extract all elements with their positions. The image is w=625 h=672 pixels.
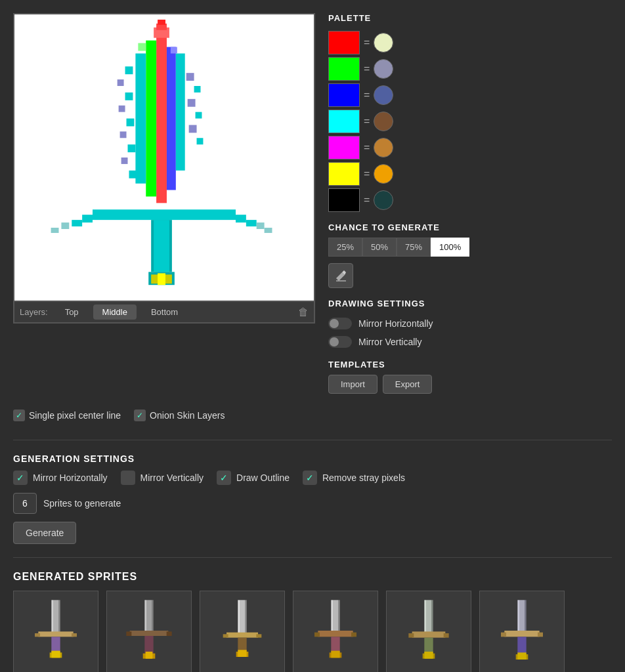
right-controls: PALETTE = = = — [328, 13, 469, 394]
palette-row-2: = — [328, 83, 469, 107]
svg-rect-39 — [171, 47, 177, 54]
import-button[interactable]: Import — [328, 375, 377, 394]
svg-rect-18 — [196, 112, 202, 119]
svg-rect-23 — [72, 220, 82, 226]
palette-input-3[interactable] — [328, 110, 360, 133]
sprite-item-1[interactable] — [106, 591, 192, 672]
palette-input-2[interactable] — [328, 83, 360, 107]
gen-mirror-h-checkbox[interactable]: ✓ Mirror Horizontally — [13, 471, 108, 485]
sprites-label: Sprites to generate — [43, 498, 121, 509]
palette-input-5[interactable] — [328, 162, 360, 186]
svg-rect-13 — [121, 158, 128, 164]
svg-rect-62 — [226, 633, 258, 638]
svg-rect-76 — [331, 651, 339, 658]
svg-rect-7 — [118, 79, 124, 86]
sprites-grid — [13, 591, 612, 672]
palette-input-1[interactable] — [328, 57, 360, 81]
eraser-button[interactable] — [328, 263, 353, 288]
svg-rect-90 — [501, 633, 506, 637]
sprites-count[interactable]: 6 — [13, 493, 37, 514]
sprite-item-5[interactable] — [479, 591, 565, 672]
layer-tab-middle[interactable]: Middle — [93, 304, 137, 320]
chance-btn-25[interactable]: 25% — [328, 238, 362, 257]
layers-label: Layers: — [20, 307, 48, 317]
generate-button[interactable]: Generate — [13, 522, 76, 544]
drawing-canvas[interactable] — [13, 13, 315, 302]
svg-rect-37 — [158, 20, 165, 25]
svg-rect-88 — [525, 600, 527, 631]
svg-rect-50 — [146, 600, 152, 633]
main-container: Layers: Top Middle Bottom 🗑 PALETTE = — [0, 0, 625, 672]
drawing-settings-title: DRAWING SETTINGS — [328, 299, 469, 308]
palette-output-1[interactable] — [374, 59, 393, 79]
svg-rect-41 — [53, 600, 58, 635]
gen-mirror-h-check-icon: ✓ — [13, 471, 28, 485]
single-pixel-check-icon: ✓ — [13, 410, 25, 421]
mirror-v-knob — [330, 337, 339, 346]
gen-mirror-v-label: Mirror Vertically — [140, 472, 204, 483]
svg-rect-61 — [245, 600, 247, 633]
svg-rect-91 — [538, 633, 543, 637]
sprite-item-4[interactable] — [386, 591, 471, 672]
layers-bar: Layers: Top Middle Bottom 🗑 — [13, 302, 315, 324]
single-pixel-checkbox[interactable]: ✓ Single pixel center line — [13, 410, 121, 421]
mirror-v-toggle[interactable] — [328, 336, 352, 348]
svg-rect-52 — [152, 600, 154, 631]
onion-skin-checkbox[interactable]: ✓ Onion Skin Layers — [134, 410, 225, 421]
palette-eq-2: = — [364, 89, 370, 101]
delete-layer-icon[interactable]: 🗑 — [298, 306, 309, 318]
chance-btn-50[interactable]: 50% — [362, 238, 397, 257]
chance-btn-100[interactable]: 100% — [431, 238, 469, 257]
svg-rect-31 — [154, 220, 169, 272]
layer-tab-bottom[interactable]: Bottom — [142, 304, 187, 320]
svg-rect-59 — [240, 600, 245, 635]
svg-rect-80 — [412, 631, 446, 637]
svg-rect-42 — [51, 600, 53, 633]
svg-rect-67 — [238, 650, 246, 657]
canvas-section: Layers: Top Middle Bottom 🗑 — [13, 13, 315, 324]
generation-settings: GENERATION SETTINGS ✓ Mirror Horizontall… — [13, 453, 612, 544]
mirror-h-toggle[interactable] — [328, 318, 352, 329]
palette-output-4[interactable] — [374, 138, 393, 158]
mirror-h-knob — [330, 319, 339, 328]
palette-rows: = = = = — [328, 31, 469, 212]
mirror-v-toggle-row: Mirror Vertically — [328, 336, 469, 348]
svg-rect-82 — [444, 633, 449, 638]
palette-input-4[interactable] — [328, 136, 360, 159]
svg-rect-77 — [426, 600, 431, 635]
svg-rect-4 — [135, 53, 146, 183]
palette-eq-0: = — [364, 37, 370, 49]
palette-input-6[interactable] — [328, 188, 360, 212]
palette-output-6[interactable] — [374, 190, 393, 210]
palette-output-3[interactable] — [374, 112, 393, 131]
layer-tab-top[interactable]: Top — [56, 304, 88, 320]
palette-row-0: = — [328, 31, 469, 54]
gen-mirror-h-label: Mirror Horizontally — [33, 472, 108, 483]
gen-remove-stray-checkbox[interactable]: ✓ Remove stray pixels — [303, 471, 405, 485]
palette-input-0[interactable] — [328, 31, 360, 54]
sprite-item-3[interactable] — [293, 591, 378, 672]
gen-draw-outline-checkbox[interactable]: ✓ Draw Outline — [217, 471, 290, 485]
svg-rect-46 — [72, 633, 77, 637]
onion-skin-check-icon: ✓ — [134, 410, 146, 421]
chance-btn-75[interactable]: 75% — [397, 238, 431, 257]
svg-rect-69 — [331, 600, 333, 631]
export-button[interactable]: Export — [383, 375, 433, 394]
sprite-item-0[interactable] — [13, 591, 98, 672]
palette-output-5[interactable] — [374, 164, 393, 184]
sprite-item-2[interactable] — [200, 591, 285, 672]
gen-mirror-v-checkbox[interactable]: Mirror Vertically — [121, 471, 204, 485]
mirror-h-label: Mirror Horizontally — [358, 318, 433, 329]
svg-rect-51 — [144, 600, 146, 631]
svg-rect-89 — [504, 631, 539, 637]
palette-row-6: = — [328, 188, 469, 212]
svg-rect-54 — [126, 631, 131, 636]
checkboxes-row: ✓ Single pixel center line ✓ Onion Skin … — [13, 404, 612, 427]
svg-rect-17 — [188, 99, 196, 107]
svg-rect-85 — [424, 652, 433, 659]
svg-rect-45 — [35, 633, 40, 637]
svg-rect-79 — [431, 600, 433, 633]
chance-title: CHANCE TO GENERATE — [328, 222, 469, 232]
palette-output-2[interactable] — [374, 85, 393, 105]
palette-output-0[interactable] — [374, 33, 393, 52]
